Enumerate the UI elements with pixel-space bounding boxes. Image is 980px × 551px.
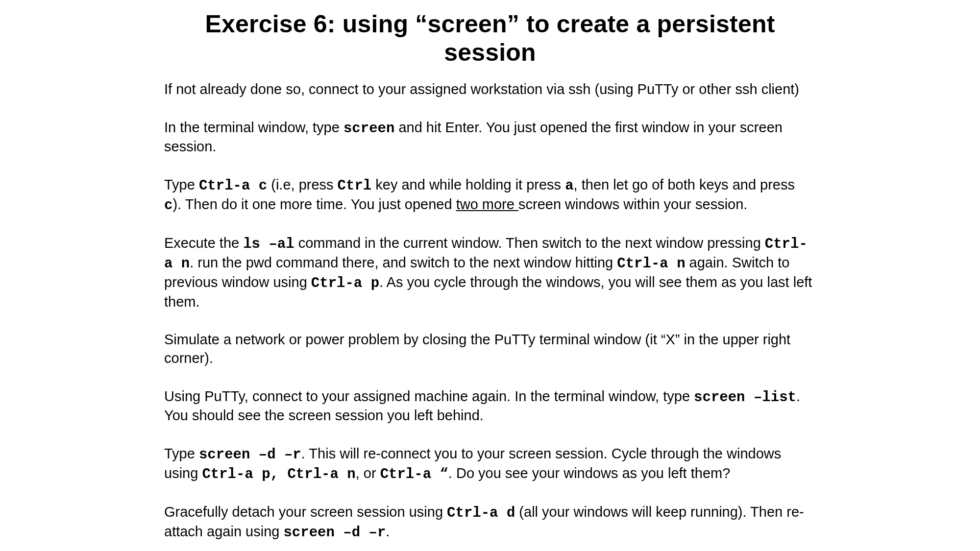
paragraph-8: Gracefully detach your screen session us…: [164, 503, 816, 542]
code-ls-al: ls –al: [243, 236, 294, 252]
code-screen-d-r: screen –d –r: [199, 447, 301, 463]
document-page: Exercise 6: using “screen” to create a p…: [0, 0, 980, 551]
paragraph-5: Simulate a network or power problem by c…: [164, 331, 816, 367]
code-ctrl-a-c: Ctrl-a c: [199, 178, 267, 194]
text: ). Then do it one more time. You just op…: [172, 196, 456, 212]
code-ctrl-a-p: Ctrl-a p: [311, 275, 379, 291]
code-screen-d-r: screen –d –r: [283, 525, 386, 541]
text: Simulate a network or power problem by c…: [164, 332, 790, 366]
paragraph-7: Type screen –d –r. This will re-connect …: [164, 445, 816, 483]
code-ctrl-a-quote: Ctrl-a “: [380, 466, 448, 482]
text: (i.e, press: [267, 177, 337, 192]
code-ctrl: Ctrl: [338, 178, 372, 194]
text: Execute the: [164, 235, 243, 251]
text: Gracefully detach your screen session us…: [164, 504, 447, 520]
paragraph-3: Type Ctrl-a c (i.e, press Ctrl key and w…: [164, 176, 816, 215]
text: key and while holding it press: [371, 177, 565, 192]
text: . Do you see your windows as you left th…: [448, 465, 730, 481]
code-ctrl-a-d: Ctrl-a d: [447, 505, 515, 521]
text: command in the current window. Then swit…: [294, 235, 765, 251]
page-title: Exercise 6: using “screen” to create a p…: [164, 10, 816, 67]
underline-two-more: two more: [456, 196, 518, 212]
text: .: [386, 524, 390, 539]
paragraph-4: Execute the ls –al command in the curren…: [164, 234, 816, 311]
text: , then let go of both keys and press: [574, 177, 795, 192]
text: In the terminal window, type: [164, 120, 343, 135]
code-screen: screen: [343, 120, 394, 137]
code-ctrl-a-p-n: Ctrl-a p, Ctrl-a n: [202, 466, 355, 482]
code-ctrl-a-n: Ctrl-a n: [617, 256, 685, 272]
text: , or: [356, 465, 380, 481]
paragraph-2: In the terminal window, type screen and …: [164, 119, 816, 156]
text: Using PuTTy, connect to your assigned ma…: [164, 388, 694, 404]
paragraph-1: If not already done so, connect to your …: [164, 80, 816, 99]
text: Type: [164, 177, 199, 192]
text: . run the pwd command there, and switch …: [190, 255, 617, 270]
code-a: a: [565, 178, 573, 194]
code-screen-list: screen –list: [694, 389, 796, 406]
paragraph-6: Using PuTTy, connect to your assigned ma…: [164, 387, 816, 425]
text: screen windows within your session.: [518, 196, 747, 212]
text: If not already done so, connect to your …: [164, 81, 799, 97]
code-c: c: [164, 197, 172, 214]
text: Type: [164, 446, 199, 461]
